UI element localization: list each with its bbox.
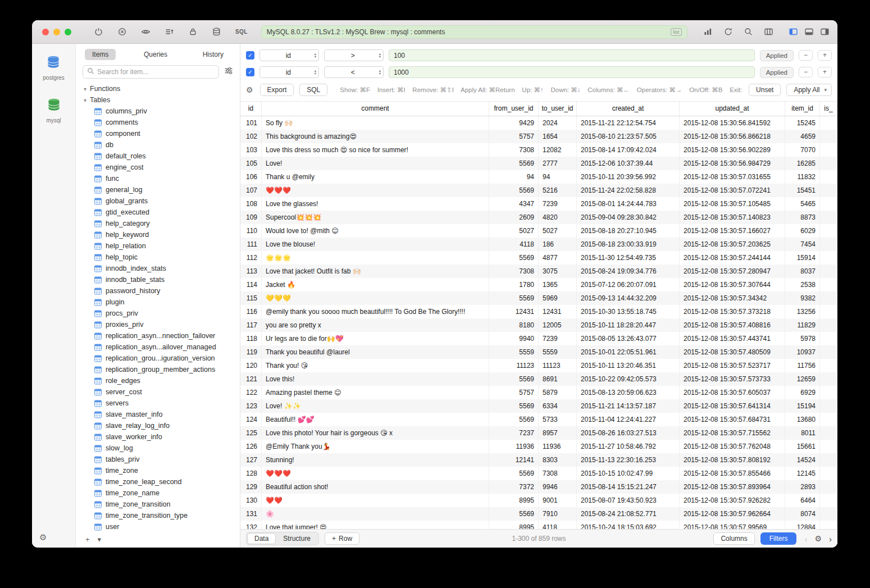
cell-from_user_id[interactable]: 4347 [489, 197, 539, 211]
sidebar-item-time_zone_name[interactable]: time_zone_name [76, 487, 240, 499]
cell-updated_at[interactable]: 2015-12-08 15:30:56.902289 [680, 143, 785, 157]
cell-id[interactable]: 124 [240, 413, 262, 426]
cell-is_[interactable] [820, 184, 837, 197]
sidebar-item-innodb_index_stats[interactable]: innodb_index_stats [76, 263, 240, 274]
table-row[interactable]: 122Amazing pastel theme 😊575758792015-08… [240, 386, 837, 399]
table-row[interactable]: 116@emily thank you soooo much beautiful… [240, 305, 837, 318]
cell-id[interactable]: 109 [240, 211, 262, 224]
table-row[interactable]: 107❤️❤️❤️556952162015-11-24 22:02:58.828… [240, 184, 837, 197]
cell-item_id[interactable]: 14524 [785, 453, 820, 467]
cell-from_user_id[interactable]: 1780 [489, 278, 539, 291]
cell-to_user_id[interactable]: 4820 [539, 211, 577, 224]
cell-comment[interactable]: Love the glasses! [262, 197, 489, 211]
table-row[interactable]: 127Stunning!1214183032015-11-13 22:30:16… [240, 453, 837, 467]
cell-created_at[interactable]: 2015-08-01 14:24:44.783 [577, 197, 680, 211]
cell-id[interactable]: 110 [240, 224, 262, 238]
cell-from_user_id[interactable]: 8180 [489, 318, 539, 332]
cell-from_user_id[interactable]: 94 [489, 170, 539, 184]
sidebar-item-slave_worker_info[interactable]: slave_worker_info [76, 431, 240, 443]
cell-created_at[interactable]: 2015-08-14 17:09:42.024 [577, 143, 680, 157]
cell-from_user_id[interactable]: 5569 [489, 467, 539, 480]
sidebar-item-slow_log[interactable]: slow_log [76, 443, 240, 454]
cell-to_user_id[interactable]: 8303 [539, 453, 577, 467]
cell-updated_at[interactable]: 2015-12-08 15:30:56.841592 [680, 116, 785, 130]
cell-item_id[interactable]: 2538 [785, 278, 820, 291]
cell-id[interactable]: 129 [240, 480, 262, 494]
column-header-updated_at[interactable]: updated_at [680, 102, 785, 116]
cell-comment[interactable]: Jacket 🔥 [262, 278, 489, 291]
cell-is_[interactable] [820, 426, 837, 440]
cell-created_at[interactable]: 2015-11-13 22:30:16.253 [577, 453, 680, 467]
cell-created_at[interactable]: 2015-08-18 23:00:33.919 [577, 238, 680, 251]
export-button[interactable]: Export [260, 84, 294, 96]
cell-item_id[interactable]: 7070 [785, 143, 820, 157]
tab-queries[interactable]: Queries [136, 49, 175, 60]
cell-updated_at[interactable]: 2015-12-08 15:30:57.762048 [680, 440, 785, 453]
cell-item_id[interactable]: 12659 [785, 372, 820, 386]
sidebar-item-servers[interactable]: servers [76, 398, 240, 409]
sidebar-item-engine_cost[interactable]: engine_cost [76, 162, 240, 173]
cell-item_id[interactable]: 15245 [785, 116, 820, 130]
cell-created_at[interactable]: 2015-09-04 09:28:30.842 [577, 211, 680, 224]
cell-updated_at[interactable]: 2015-12-08 15:30:57.408816 [680, 318, 785, 332]
cell-item_id[interactable]: 7454 [785, 238, 820, 251]
cell-id[interactable]: 125 [240, 426, 262, 440]
cell-item_id[interactable]: 2893 [785, 480, 820, 494]
cell-comment[interactable]: Love this photo! Your hair is gorgeous 😘… [262, 426, 489, 440]
sidebar-item-procs_priv[interactable]: procs_priv [76, 308, 240, 319]
remove-filter-button[interactable]: − [799, 50, 813, 61]
cell-to_user_id[interactable]: 7910 [539, 507, 577, 521]
filter-settings-icon[interactable] [224, 66, 233, 78]
cell-updated_at[interactable]: 2015-12-08 15:30:57.34342 [680, 291, 785, 305]
cell-updated_at[interactable]: 2015-12-08 15:30:57.105485 [680, 197, 785, 211]
cell-to_user_id[interactable]: 5027 [539, 224, 577, 238]
cell-to_user_id[interactable]: 12005 [539, 318, 577, 332]
sidebar-item-slave_relay_log_info[interactable]: slave_relay_log_info [76, 420, 240, 431]
table-row[interactable]: 112🌟🌟🌟556948772015-11-30 12:54:49.735201… [240, 251, 837, 265]
table-row[interactable]: 109Supercool💥💥💥260948202015-09-04 09:28:… [240, 211, 837, 224]
cell-is_[interactable] [820, 453, 837, 467]
cell-from_user_id[interactable]: 5569 [489, 399, 539, 413]
cell-created_at[interactable]: 2015-11-30 12:54:49.735 [577, 251, 680, 265]
cell-created_at[interactable]: 2015-10-24 18:15:03.692 [577, 521, 680, 529]
add-item-menu-button[interactable]: ▾ [95, 534, 104, 545]
cell-comment[interactable]: Thank you beautiful @laurel [262, 345, 489, 359]
table-row[interactable]: 111Love the blouse!41181862015-08-18 23:… [240, 238, 837, 251]
cell-id[interactable]: 117 [240, 318, 262, 332]
cell-updated_at[interactable]: 2015-12-08 15:30:57.373218 [680, 305, 785, 318]
table-row[interactable]: 123Love! ✨✨556963342015-11-21 14:13:57.1… [240, 399, 837, 413]
table-row[interactable]: 108Love the glasses!434772392015-08-01 1… [240, 197, 837, 211]
cell-item_id[interactable]: 13256 [785, 305, 820, 318]
cell-id[interactable]: 113 [240, 265, 262, 278]
cell-id[interactable]: 101 [240, 116, 262, 130]
add-filter-button[interactable]: + [818, 50, 832, 61]
cell-comment[interactable]: Love! [262, 157, 489, 170]
sidebar-item-func[interactable]: func [76, 173, 240, 184]
refresh-icon[interactable] [723, 27, 733, 37]
cell-item_id[interactable]: 8037 [785, 265, 820, 278]
cell-from_user_id[interactable]: 5569 [489, 184, 539, 197]
cell-comment[interactable]: Love! ✨✨ [262, 399, 489, 413]
cell-id[interactable]: 119 [240, 345, 262, 359]
cell-created_at[interactable]: 2015-09-13 14:44:32.209 [577, 291, 680, 305]
gear-icon[interactable]: ⚙ [246, 85, 253, 94]
cell-created_at[interactable]: 2015-12-06 10:37:39.44 [577, 157, 680, 170]
cell-is_[interactable] [820, 238, 837, 251]
table-row[interactable]: 113Love that jacket! Outfit is fab 🙌🏻730… [240, 265, 837, 278]
filter-applied-button[interactable]: Applied [760, 50, 794, 61]
cell-from_user_id[interactable]: 11936 [489, 440, 539, 453]
cell-updated_at[interactable]: 2015-12-08 15:30:57.684731 [680, 413, 785, 426]
cell-from_user_id[interactable]: 5569 [489, 413, 539, 426]
cell-updated_at[interactable]: 2015-12-08 15:30:57.962664 [680, 507, 785, 521]
cell-to_user_id[interactable]: 5879 [539, 386, 577, 399]
column-header-item_id[interactable]: item_id [785, 102, 820, 116]
cell-created_at[interactable]: 2015-11-04 12:24:41.227 [577, 413, 680, 426]
cell-item_id[interactable]: 15451 [785, 184, 820, 197]
eye-icon[interactable] [141, 27, 151, 37]
cell-from_user_id[interactable]: 5569 [489, 372, 539, 386]
cell-item_id[interactable]: 10937 [785, 345, 820, 359]
cell-comment[interactable]: ❤️❤️❤️ [262, 467, 489, 480]
page-next-icon[interactable]: › [829, 534, 832, 544]
sidebar-item-help_topic[interactable]: help_topic [76, 252, 240, 263]
cell-from_user_id[interactable]: 5559 [489, 345, 539, 359]
